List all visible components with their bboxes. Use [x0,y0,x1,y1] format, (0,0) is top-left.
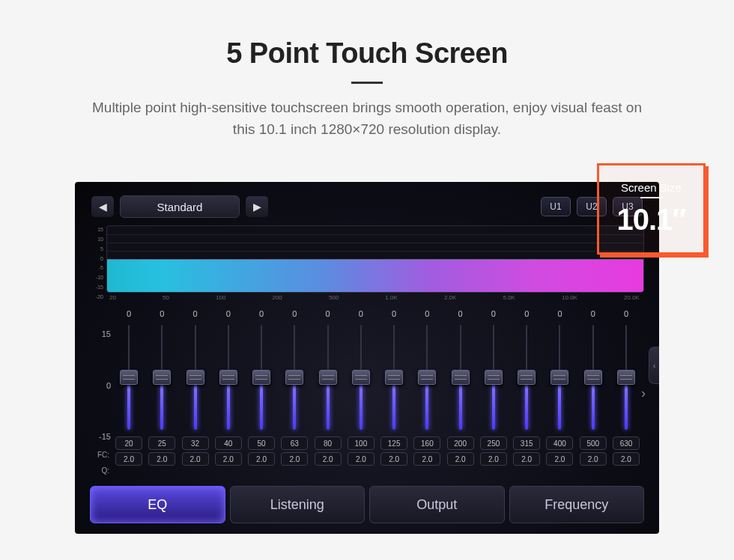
preset-prev-button[interactable]: ◀ [91,196,114,217]
slider-thumb[interactable] [385,370,403,385]
band-q-value[interactable]: 2.0 [413,452,440,466]
side-drawer-handle[interactable]: ‹ [649,347,659,384]
band-gain-value: 0 [524,307,529,320]
band-q-value[interactable]: 2.0 [215,452,242,466]
band-fc-value[interactable]: 630 [613,436,640,450]
eq-band: 0632.0 [279,307,309,478]
triangle-right-icon: ▶ [253,201,261,213]
eq-slider-row: 0202.00252.00322.00402.00502.00632.00802… [111,307,644,478]
band-q-value[interactable]: 2.0 [281,452,308,466]
band-gain-slider[interactable] [324,325,333,430]
band-q-value[interactable]: 2.0 [546,452,573,466]
band-gain-slider[interactable] [622,325,631,430]
band-fc-value[interactable]: 63 [281,436,308,450]
band-q-value[interactable]: 2.0 [613,452,640,466]
slider-thumb[interactable] [617,370,635,385]
band-fc-value[interactable]: 400 [546,436,573,450]
preset-selector[interactable]: Standard [120,195,240,218]
band-gain-slider[interactable] [422,325,431,430]
band-gain-value: 0 [127,307,131,320]
band-q-value[interactable]: 2.0 [580,452,607,466]
band-gain-slider[interactable] [357,325,366,430]
band-gain-value: 0 [192,307,197,320]
band-gain-value: 0 [491,307,496,320]
band-gain-slider[interactable] [290,325,299,430]
eq-band: 01602.0 [412,307,442,478]
tab-eq[interactable]: EQ [90,486,225,523]
band-gain-slider[interactable] [191,325,200,430]
band-q-value[interactable]: 2.0 [513,452,540,466]
band-fc-value[interactable]: 50 [248,436,275,450]
band-fc-value[interactable]: 160 [413,436,440,450]
slider-thumb[interactable] [252,370,270,385]
band-q-value[interactable]: 2.0 [248,452,275,466]
band-gain-slider[interactable] [224,325,233,430]
eq-band: 02002.0 [446,307,476,478]
band-gain-value: 0 [326,307,330,320]
eq-band: 0322.0 [181,307,210,478]
band-q-value[interactable]: 2.0 [380,452,407,466]
band-fc-value[interactable]: 200 [447,436,474,450]
slider-thumb[interactable] [186,370,204,385]
band-gain-value: 0 [425,307,429,320]
band-gain-value: 0 [226,307,231,320]
band-fc-value[interactable]: 25 [148,436,175,450]
sliders-next-button[interactable]: › [641,385,646,401]
band-q-value[interactable]: 2.0 [148,452,175,466]
slider-thumb[interactable] [418,370,436,385]
band-gain-slider[interactable] [389,325,398,430]
slider-thumb[interactable] [584,370,602,385]
eq-band: 0202.0 [114,307,144,478]
band-fc-value[interactable]: 40 [215,436,242,450]
band-gain-slider[interactable] [522,325,531,430]
band-gain-value: 0 [160,307,164,320]
band-gain-slider[interactable] [124,325,133,430]
tab-output[interactable]: Output [369,486,505,523]
preset-next-button[interactable]: ▶ [246,196,268,217]
user-preset-u1-button[interactable]: U1 [541,197,571,216]
slider-thumb[interactable] [352,370,370,385]
eq-band: 0802.0 [313,307,343,478]
q-label: Q: [90,463,109,478]
slider-thumb[interactable] [319,370,337,385]
band-fc-value[interactable]: 315 [513,436,540,450]
band-fc-value[interactable]: 32 [182,436,209,450]
band-fc-value[interactable]: 100 [348,436,374,450]
band-fc-value[interactable]: 250 [480,436,507,450]
slider-thumb[interactable] [452,370,470,385]
eq-band: 0502.0 [246,307,276,478]
band-gain-value: 0 [624,307,628,320]
slider-thumb[interactable] [518,370,536,385]
preset-row: ◀ Standard ▶ U1 U2 U3 [81,195,653,218]
band-gain-slider[interactable] [456,325,465,430]
band-fc-value[interactable]: 20 [115,436,142,450]
description-line-1: Multiple point high-sensitive touchscree… [92,100,642,115]
slider-thumb[interactable] [120,370,138,385]
slider-thumb[interactable] [285,370,303,385]
band-gain-slider[interactable] [257,325,266,430]
slider-thumb[interactable] [485,370,503,385]
band-gain-slider[interactable] [157,325,166,430]
slider-thumb[interactable] [550,370,568,385]
band-gain-slider[interactable] [555,325,564,430]
band-q-value[interactable]: 2.0 [182,452,209,466]
description-line-2: this 10.1 inch 1280×720 resolution displ… [233,121,501,137]
band-fc-value[interactable]: 500 [580,436,607,450]
eq-sliders-panel: 15 0 -15 FC: Q: 0202.00252.00322.00402.0… [90,307,644,478]
band-fc-value[interactable]: 125 [380,436,407,450]
band-q-value[interactable]: 2.0 [480,452,507,466]
band-q-value[interactable]: 2.0 [115,452,142,466]
eq-band: 0252.0 [147,307,177,478]
band-gain-value: 0 [458,307,463,320]
slider-thumb[interactable] [153,370,171,385]
tab-listening[interactable]: Listening [230,486,366,523]
band-q-value[interactable]: 2.0 [348,452,374,466]
band-gain-slider[interactable] [489,325,498,430]
band-q-value[interactable]: 2.0 [447,452,474,466]
tab-frequency[interactable]: Frequency [509,486,645,523]
slider-thumb[interactable] [219,370,237,385]
band-gain-slider[interactable] [589,325,598,430]
page-description: Multiple point high-sensitive touchscree… [92,97,642,140]
band-fc-value[interactable]: 80 [315,436,342,450]
band-q-value[interactable]: 2.0 [315,452,342,466]
